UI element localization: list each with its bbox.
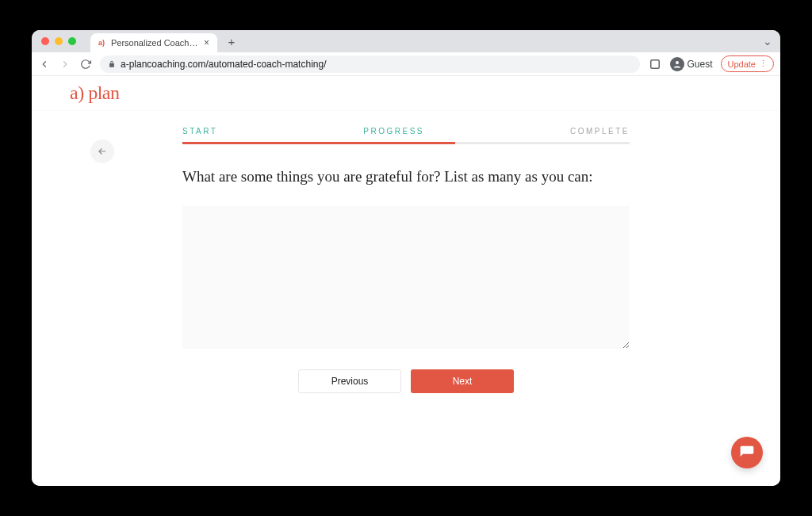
nav-reload-icon[interactable] — [79, 58, 92, 71]
svg-point-1 — [676, 61, 679, 64]
progress-steps: START PROGRESS COMPLETE — [182, 127, 630, 136]
step-start-label: START — [182, 127, 217, 136]
lock-icon — [108, 60, 116, 68]
url-text: a-plancoaching.com/automated-coach-match… — [121, 59, 326, 70]
new-tab-button[interactable]: + — [224, 33, 239, 49]
install-app-icon[interactable] — [648, 57, 662, 71]
site-header: a) plan — [32, 76, 780, 111]
url-input[interactable]: a-plancoaching.com/automated-coach-match… — [100, 55, 640, 73]
step-progress-label: PROGRESS — [363, 127, 424, 136]
tab-close-icon[interactable]: × — [204, 37, 209, 48]
menu-dots-icon: ⋮ — [759, 59, 767, 69]
progress-fill — [182, 142, 455, 144]
tab-overflow-icon[interactable]: ⌄ — [763, 35, 772, 48]
progress-track — [182, 142, 630, 144]
step-complete-label: COMPLETE — [570, 127, 630, 136]
previous-button[interactable]: Previous — [298, 369, 401, 393]
browser-window: a) Personalized Coach Recomme × + ⌄ a-pl… — [32, 30, 780, 486]
window-minimize-icon[interactable] — [55, 37, 63, 45]
question-text: What are some things you are grateful fo… — [182, 166, 630, 187]
nav-button-row: Previous Next — [182, 369, 630, 393]
window-controls — [41, 37, 76, 45]
chat-widget-button[interactable] — [731, 437, 763, 468]
next-button[interactable]: Next — [411, 369, 514, 393]
profile-chip[interactable]: Guest — [670, 57, 713, 71]
nav-forward-icon[interactable] — [59, 58, 71, 71]
tab-favicon-icon: a) — [97, 38, 106, 48]
tab-title: Personalized Coach Recomme — [111, 38, 199, 48]
next-label: Next — [453, 376, 473, 387]
page-back-button[interactable] — [90, 140, 114, 163]
browser-tab-bar: a) Personalized Coach Recomme × + ⌄ — [32, 30, 780, 52]
nav-back-icon[interactable] — [38, 58, 51, 71]
browser-tab[interactable]: a) Personalized Coach Recomme × — [90, 33, 217, 52]
avatar-icon — [670, 57, 684, 71]
brand-logo[interactable]: a) plan — [70, 82, 119, 104]
update-label: Update — [728, 59, 756, 69]
browser-toolbar: a-plancoaching.com/automated-coach-match… — [32, 52, 780, 76]
previous-label: Previous — [331, 376, 369, 387]
answer-textarea[interactable] — [182, 206, 630, 349]
svg-rect-0 — [650, 59, 659, 68]
profile-label: Guest — [688, 59, 713, 70]
page-content: a) plan START PROGRESS COMPLETE What are… — [32, 76, 780, 486]
form-wrap: START PROGRESS COMPLETE What are some th… — [182, 127, 630, 393]
window-maximize-icon[interactable] — [68, 37, 76, 45]
window-close-icon[interactable] — [41, 37, 49, 45]
update-button[interactable]: Update ⋮ — [721, 55, 774, 72]
chat-icon — [739, 445, 755, 461]
